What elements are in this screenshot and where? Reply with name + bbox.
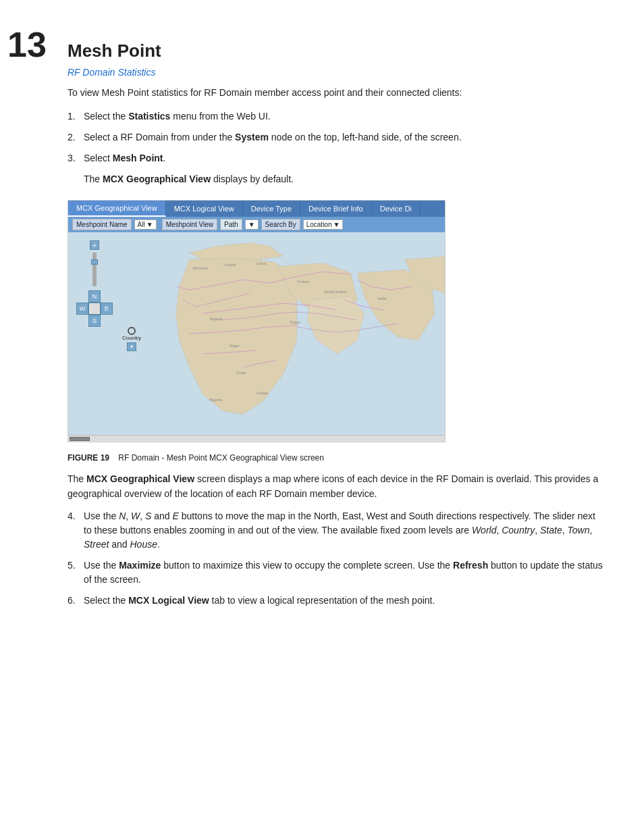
dropdown-arrow-icon: ▼ <box>146 221 153 228</box>
figure-caption: FIGURE 19 RF Domain - Mesh Point MCX Geo… <box>68 453 603 463</box>
step-4-italic-world: World <box>472 525 497 536</box>
map-nav-north-button[interactable]: N <box>88 290 101 303</box>
intro-text: To view Mesh Point statistics for RF Dom… <box>68 86 603 100</box>
step-4-italic-s: S <box>145 511 151 521</box>
tab-mcx-logical[interactable]: MCX Logical View <box>166 201 243 216</box>
step-2: 2. Select a RF Domain from under the Sys… <box>68 130 603 145</box>
svg-text:Saudi Arabia: Saudi Arabia <box>324 290 348 294</box>
step-4-italic-street: Street <box>84 539 109 550</box>
mcx-geo-view-bold-1: MCX Geographical View <box>86 473 194 484</box>
step-1-bold: Statistics <box>128 111 170 122</box>
svg-text:Egypt: Egypt <box>290 320 301 324</box>
tab-device-type[interactable]: Device Type <box>243 201 300 216</box>
step-2-bold: System <box>235 132 269 142</box>
step-6-text: Select the MCX Logical View tab to view … <box>84 594 603 608</box>
country-circle-icon <box>128 327 136 335</box>
step-4-italic-e: E <box>173 511 179 521</box>
country-marker: Country ▾ <box>122 327 141 351</box>
left-margin: 13 <box>0 0 54 834</box>
toolbar-dropdown-all[interactable]: All ▼ <box>134 219 157 230</box>
step-4-number: 4. <box>68 509 84 523</box>
map-nav-center-button <box>88 303 101 315</box>
tab-device-di[interactable]: Device Di <box>372 201 421 216</box>
step-5-text: Use the Maximize button to maximize this… <box>84 558 603 587</box>
step-4-italic-w: W <box>131 511 140 521</box>
step-4-italic-state: State <box>540 525 562 536</box>
step-3-number: 3. <box>68 151 84 165</box>
step-4-italic-n: N <box>119 511 126 521</box>
figure-tabs: MCX Geographical View MCX Logical View D… <box>68 201 445 217</box>
step-1: 1. Select the Statistics menu from the W… <box>68 109 603 124</box>
svg-text:Niger: Niger <box>230 344 239 348</box>
svg-text:Sudan: Sudan <box>257 391 268 395</box>
figure-scrollbar[interactable] <box>68 435 445 442</box>
figure-map: Algeria Niger Chad Nigeria Sudan Egypt S… <box>68 232 445 435</box>
step-1-text: Select the Statistics menu from the Web … <box>84 109 603 124</box>
step-5-number: 5. <box>68 558 84 573</box>
svg-text:Turkey: Turkey <box>297 280 309 284</box>
svg-text:Nigeria: Nigeria <box>209 398 223 402</box>
step-4: 4. Use the N, W, S and E buttons to move… <box>68 509 603 552</box>
body-paragraph-1: The MCX Geographical View screen display… <box>68 472 603 501</box>
country-label-box: ▾ <box>127 342 136 351</box>
svg-text:India: India <box>377 296 387 301</box>
toolbar-dropdown-path[interactable]: ▼ <box>245 219 259 230</box>
map-nav-south-button[interactable]: S <box>88 315 101 327</box>
content-area: Mesh Point RF Domain Statistics To view … <box>54 0 644 834</box>
step-6-bold-mcx-logical: MCX Logical View <box>128 595 209 606</box>
step-4-italic-town: Town <box>568 525 590 536</box>
rf-domain-link[interactable]: RF Domain Statistics <box>68 67 603 78</box>
step-4-italic-country: Country <box>502 525 535 536</box>
step-4-text: Use the N, W, S and E buttons to move th… <box>84 509 603 552</box>
step-2-number: 2. <box>68 130 84 145</box>
figure-toolbar: Meshpoint Name All ▼ Meshpoint View Path… <box>68 217 445 232</box>
step-6-number: 6. <box>68 594 84 608</box>
step-5: 5. Use the Maximize button to maximize t… <box>68 558 603 587</box>
svg-text:Algeria: Algeria <box>209 317 222 321</box>
svg-text:Morocco: Morocco <box>192 266 209 270</box>
sub-step-bold: MCX Geographical View <box>103 174 211 184</box>
dropdown-arrow-path-icon: ▼ <box>248 221 255 228</box>
step-4-italic-house: House <box>130 539 157 550</box>
dropdown-arrow-location-icon: ▼ <box>333 221 340 228</box>
step-2-text: Select a RF Domain from under the System… <box>84 130 603 145</box>
step-3: 3. Select Mesh Point. <box>68 151 603 165</box>
map-zoom-in-button[interactable]: + <box>90 240 99 250</box>
map-zoom-slider[interactable] <box>92 253 97 286</box>
step-5-bold-refresh: Refresh <box>453 560 488 571</box>
toolbar-label-path: Path <box>220 219 242 230</box>
step-5-bold-maximize: Maximize <box>119 560 161 571</box>
svg-text:Tunisia: Tunisia <box>223 263 236 267</box>
figure-caption-text: RF Domain - Mesh Point MCX Geographical … <box>118 453 324 463</box>
scrollbar-thumb[interactable] <box>70 437 90 441</box>
toolbar-label-meshpoint-view: Meshpoint View <box>162 219 217 230</box>
svg-text:Libya: Libya <box>257 261 267 265</box>
step-6: 6. Select the MCX Logical View tab to vi… <box>68 594 603 608</box>
svg-text:Chad: Chad <box>236 371 246 375</box>
toolbar-dropdown-location[interactable]: Location ▼ <box>303 219 344 230</box>
map-nav-east-button[interactable]: E <box>101 303 113 315</box>
figure-container: MCX Geographical View MCX Logical View D… <box>68 200 446 442</box>
step-3-bold: Mesh Point <box>113 153 163 163</box>
tab-device-brief[interactable]: Device Brief Info <box>300 201 372 216</box>
toolbar-label-search-by: Search By <box>261 219 300 230</box>
map-nav-west-button[interactable]: W <box>76 303 88 315</box>
figure-number: FIGURE 19 <box>68 453 109 463</box>
page-container: 13 Mesh Point RF Domain Statistics To vi… <box>0 0 644 834</box>
chapter-number: 13 <box>7 27 47 62</box>
step-1-number: 1. <box>68 109 84 124</box>
map-zoom-slider-handle[interactable] <box>91 259 98 265</box>
map-navigation: + N W E <box>76 240 113 327</box>
section-title: Mesh Point <box>68 41 603 61</box>
sub-step: The MCX Geographical View displays by de… <box>84 172 603 186</box>
tab-mcx-geographical[interactable]: MCX Geographical View <box>68 201 166 217</box>
step-3-text: Select Mesh Point. <box>84 151 603 165</box>
toolbar-label-meshpoint-name: Meshpoint Name <box>72 219 132 230</box>
